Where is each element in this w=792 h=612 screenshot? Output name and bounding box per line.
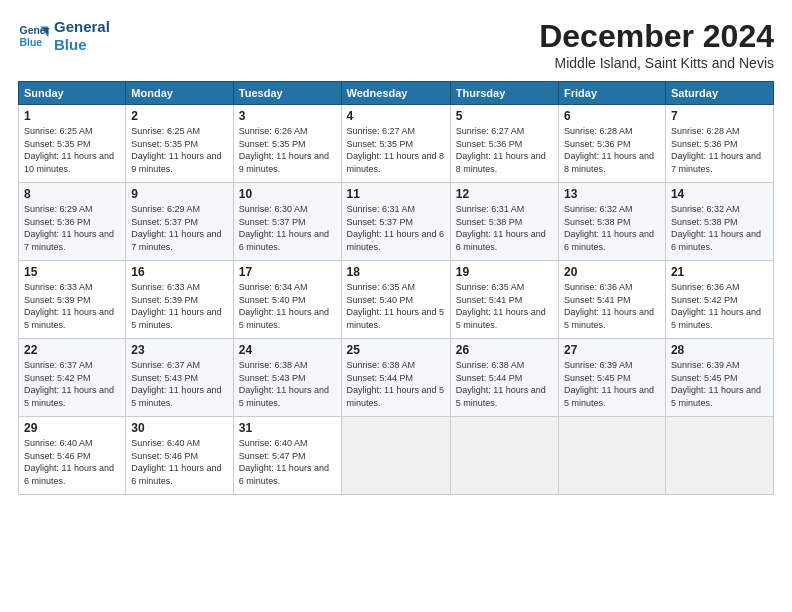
daylight-label: Daylight: [564,385,599,395]
day-info: Sunrise: 6:31 AM Sunset: 5:37 PM Dayligh… [347,203,445,253]
day-number: 26 [456,343,553,357]
sunset-label: Sunset: [239,373,270,383]
calendar-table: SundayMondayTuesdayWednesdayThursdayFrid… [18,81,774,495]
day-number: 11 [347,187,445,201]
sunrise-label: Sunrise: [671,360,704,370]
day-info: Sunrise: 6:39 AM Sunset: 5:45 PM Dayligh… [671,359,768,409]
day-number: 7 [671,109,768,123]
daylight-label: Daylight: [671,385,706,395]
sunrise-label: Sunrise: [564,360,597,370]
sunrise-label: Sunrise: [564,204,597,214]
daylight-label: Daylight: [239,463,274,473]
sunrise-label: Sunrise: [239,204,272,214]
day-info: Sunrise: 6:25 AM Sunset: 5:35 PM Dayligh… [24,125,120,175]
sunrise-label: Sunrise: [456,126,489,136]
calendar-cell: 5 Sunrise: 6:27 AM Sunset: 5:36 PM Dayli… [450,105,558,183]
calendar-cell: 22 Sunrise: 6:37 AM Sunset: 5:42 PM Dayl… [19,339,126,417]
calendar-week-3: 15 Sunrise: 6:33 AM Sunset: 5:39 PM Dayl… [19,261,774,339]
daylight-label: Daylight: [347,151,382,161]
daylight-label: Daylight: [564,307,599,317]
title-block: December 2024 Middle Island, Saint Kitts… [539,18,774,71]
calendar-cell: 6 Sunrise: 6:28 AM Sunset: 5:36 PM Dayli… [559,105,666,183]
day-info: Sunrise: 6:27 AM Sunset: 5:36 PM Dayligh… [456,125,553,175]
calendar-cell: 18 Sunrise: 6:35 AM Sunset: 5:40 PM Dayl… [341,261,450,339]
day-info: Sunrise: 6:36 AM Sunset: 5:41 PM Dayligh… [564,281,660,331]
sunset-label: Sunset: [239,451,270,461]
day-number: 30 [131,421,228,435]
calendar-cell: 29 Sunrise: 6:40 AM Sunset: 5:46 PM Dayl… [19,417,126,495]
day-number: 17 [239,265,336,279]
sunset-label: Sunset: [671,295,702,305]
daylight-label: Daylight: [24,463,59,473]
daylight-label: Daylight: [24,307,59,317]
sunset-label: Sunset: [24,373,55,383]
sunset-label: Sunset: [456,373,487,383]
daylight-label: Daylight: [671,229,706,239]
weekday-header-thursday: Thursday [450,82,558,105]
calendar-cell: 1 Sunrise: 6:25 AM Sunset: 5:35 PM Dayli… [19,105,126,183]
sunset-label: Sunset: [564,373,595,383]
weekday-header-tuesday: Tuesday [233,82,341,105]
day-number: 19 [456,265,553,279]
calendar-week-4: 22 Sunrise: 6:37 AM Sunset: 5:42 PM Dayl… [19,339,774,417]
day-number: 16 [131,265,228,279]
day-number: 27 [564,343,660,357]
daylight-label: Daylight: [347,385,382,395]
sunset-label: Sunset: [456,295,487,305]
sunrise-label: Sunrise: [24,282,57,292]
sunrise-label: Sunrise: [131,282,164,292]
sunrise-label: Sunrise: [456,204,489,214]
weekday-header-monday: Monday [126,82,234,105]
day-number: 18 [347,265,445,279]
sunset-label: Sunset: [24,139,55,149]
day-number: 5 [456,109,553,123]
calendar-cell: 28 Sunrise: 6:39 AM Sunset: 5:45 PM Dayl… [665,339,773,417]
day-info: Sunrise: 6:33 AM Sunset: 5:39 PM Dayligh… [131,281,228,331]
daylight-label: Daylight: [456,385,491,395]
day-number: 9 [131,187,228,201]
sunrise-label: Sunrise: [564,126,597,136]
weekday-header-friday: Friday [559,82,666,105]
day-info: Sunrise: 6:40 AM Sunset: 5:47 PM Dayligh… [239,437,336,487]
day-number: 8 [24,187,120,201]
daylight-label: Daylight: [239,229,274,239]
day-number: 21 [671,265,768,279]
sunrise-label: Sunrise: [239,282,272,292]
sunset-label: Sunset: [24,451,55,461]
calendar-cell: 11 Sunrise: 6:31 AM Sunset: 5:37 PM Dayl… [341,183,450,261]
sunrise-label: Sunrise: [131,438,164,448]
day-number: 14 [671,187,768,201]
calendar-week-2: 8 Sunrise: 6:29 AM Sunset: 5:36 PM Dayli… [19,183,774,261]
sunset-label: Sunset: [456,217,487,227]
calendar-cell: 10 Sunrise: 6:30 AM Sunset: 5:37 PM Dayl… [233,183,341,261]
sunset-label: Sunset: [671,139,702,149]
calendar-cell: 13 Sunrise: 6:32 AM Sunset: 5:38 PM Dayl… [559,183,666,261]
daylight-label: Daylight: [564,229,599,239]
calendar-cell: 27 Sunrise: 6:39 AM Sunset: 5:45 PM Dayl… [559,339,666,417]
day-info: Sunrise: 6:34 AM Sunset: 5:40 PM Dayligh… [239,281,336,331]
calendar-cell: 25 Sunrise: 6:38 AM Sunset: 5:44 PM Dayl… [341,339,450,417]
calendar-week-1: 1 Sunrise: 6:25 AM Sunset: 5:35 PM Dayli… [19,105,774,183]
sunrise-label: Sunrise: [347,204,380,214]
day-number: 10 [239,187,336,201]
calendar-cell: 19 Sunrise: 6:35 AM Sunset: 5:41 PM Dayl… [450,261,558,339]
sunset-label: Sunset: [131,451,162,461]
day-number: 2 [131,109,228,123]
calendar-cell: 26 Sunrise: 6:38 AM Sunset: 5:44 PM Dayl… [450,339,558,417]
day-info: Sunrise: 6:30 AM Sunset: 5:37 PM Dayligh… [239,203,336,253]
day-number: 23 [131,343,228,357]
logo-line2: Blue [54,36,110,54]
daylight-label: Daylight: [671,307,706,317]
weekday-header-row: SundayMondayTuesdayWednesdayThursdayFrid… [19,82,774,105]
day-info: Sunrise: 6:38 AM Sunset: 5:43 PM Dayligh… [239,359,336,409]
sunrise-label: Sunrise: [456,282,489,292]
calendar-cell: 2 Sunrise: 6:25 AM Sunset: 5:35 PM Dayli… [126,105,234,183]
day-info: Sunrise: 6:40 AM Sunset: 5:46 PM Dayligh… [24,437,120,487]
sunrise-label: Sunrise: [671,204,704,214]
daylight-label: Daylight: [131,151,166,161]
day-info: Sunrise: 6:29 AM Sunset: 5:37 PM Dayligh… [131,203,228,253]
sunrise-label: Sunrise: [347,360,380,370]
calendar-cell: 12 Sunrise: 6:31 AM Sunset: 5:38 PM Dayl… [450,183,558,261]
day-info: Sunrise: 6:35 AM Sunset: 5:40 PM Dayligh… [347,281,445,331]
day-number: 13 [564,187,660,201]
